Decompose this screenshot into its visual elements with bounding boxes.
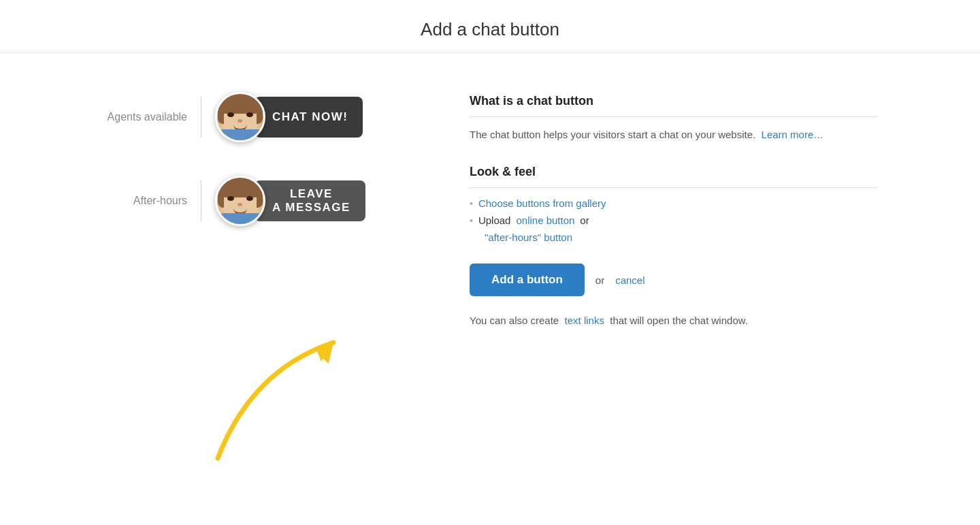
list-item-upload: • Upload online button or [470,214,878,226]
avatar-online [215,92,265,142]
what-divider [470,116,878,117]
footer-prefix: You can also create [470,315,559,326]
main-content: Agents available [48,53,932,370]
or-text: or [595,274,604,286]
after-hours-label: After-hours [102,195,201,207]
leave-message-preview: LEAVE A MESSAGE [215,178,365,224]
chat-now-label: CHAT NOW! [255,97,363,138]
learn-more-link[interactable]: Learn more… [762,129,824,140]
look-feel-divider [470,187,878,188]
action-row: Add a button or cancel [470,264,878,296]
page-title: Add a chat button [0,19,980,40]
what-title: What is a chat button [470,94,878,108]
look-feel-title: Look & feel [470,165,878,179]
gallery-link[interactable]: Choose buttons from gallery [478,197,606,209]
list-item-after-hours-link: "after-hours" button [470,232,878,243]
online-button-link[interactable]: online button [516,214,574,226]
agents-label: Agents available [102,111,201,123]
arrow-annotation [197,302,415,465]
leave-message-label: LEAVE A MESSAGE [255,180,365,221]
leave-message-text: LEAVE A MESSAGE [265,187,350,215]
divider [201,97,201,138]
text-links-link[interactable]: text links [565,315,604,326]
right-panel: What is a chat button The chat button he… [470,94,878,329]
footer-suffix: that will open the chat window. [610,315,748,326]
chat-now-preview: CHAT NOW! [215,94,363,140]
description-text: The chat button helps your visitors star… [470,129,755,140]
footer-note: You can also create text links that will… [470,313,878,329]
cancel-link[interactable]: cancel [615,274,644,286]
avatar-offline [215,176,265,226]
what-section: What is a chat button The chat button he… [470,94,878,143]
left-panel: Agents available [102,94,415,329]
chat-now-text: CHAT NOW! [265,110,348,124]
list-item-gallery: • Choose buttons from gallery [470,197,878,209]
bullet-dot-1: • [470,198,473,209]
look-feel-list: • Choose buttons from gallery • Upload o… [470,197,878,243]
page-header: Add a chat button [0,0,980,53]
after-hours-button-link[interactable]: "after-hours" button [485,232,572,243]
divider2 [201,180,201,221]
look-feel-section: Look & feel • Choose buttons from galler… [470,165,878,243]
upload-prefix: Upload [478,214,511,226]
bullet-dot-2: • [470,215,473,226]
what-description: The chat button helps your visitors star… [470,127,878,143]
agents-available-row: Agents available [102,94,415,140]
upload-or: or [580,214,589,226]
add-button[interactable]: Add a button [470,264,585,296]
after-hours-row: After-hours LEAVE A MES [102,178,415,224]
svg-marker-0 [317,343,338,366]
